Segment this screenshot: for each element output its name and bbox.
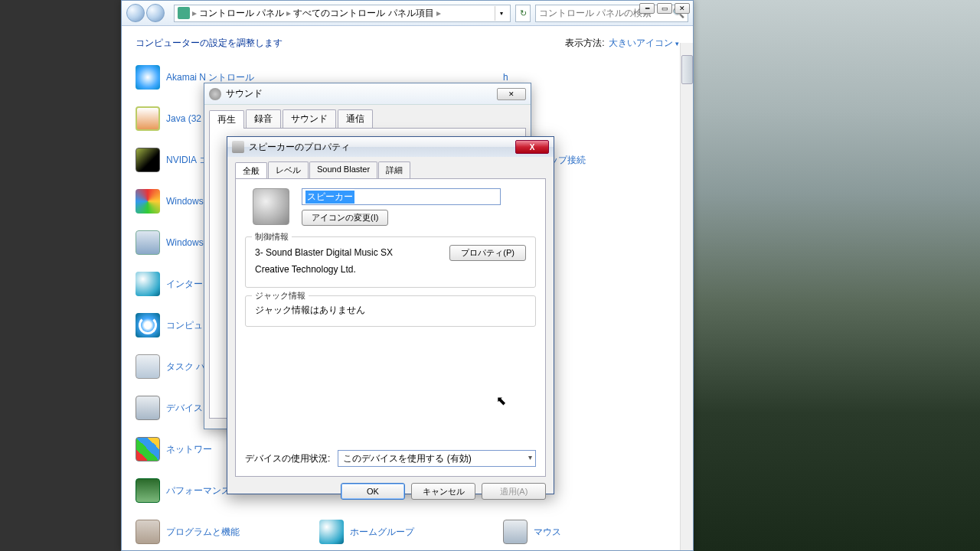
taskbar-icon xyxy=(136,354,160,379)
minimize-button[interactable]: ━ xyxy=(639,3,655,14)
windows-update-icon xyxy=(136,230,160,255)
scrollbar[interactable] xyxy=(680,43,693,550)
tab-sounds[interactable]: サウンド xyxy=(283,109,336,128)
tab-playback[interactable]: 再生 xyxy=(209,110,244,129)
nvidia-icon xyxy=(136,148,160,172)
cp-item-label: Java (32 xyxy=(166,113,201,124)
view-mode-dropdown[interactable]: 大きいアイコン xyxy=(609,37,679,50)
cp-item[interactable]: ホームグループ xyxy=(319,520,495,544)
cp-item-label: Windows xyxy=(166,196,204,207)
network-icon xyxy=(136,437,160,461)
cp-item[interactable]: マウス xyxy=(503,520,679,544)
speaker-dialog-titlebar[interactable]: スピーカーのプロパティ X xyxy=(227,137,554,157)
sound-dialog-title: サウンド xyxy=(226,87,263,100)
scrollbar-thumb[interactable] xyxy=(681,55,693,84)
sound-icon xyxy=(209,88,221,100)
cp-item-label: ネットワー xyxy=(166,443,212,456)
devices-icon xyxy=(136,396,160,420)
tab-recording[interactable]: 録音 xyxy=(246,109,281,128)
page-title: コンピューターの設定を調整します xyxy=(136,37,283,50)
sound-close-button[interactable]: ✕ xyxy=(497,88,526,100)
address-bar[interactable]: ▸ コントロール パネル ▸ すべてのコントロール パネル項目 ▸ ▾ xyxy=(174,5,511,22)
jack-label: ジャック情報 xyxy=(252,290,309,302)
device-usage-select[interactable]: このデバイスを使用する (有効) xyxy=(338,450,536,467)
device-usage-label: デバイスの使用状況: xyxy=(245,452,330,465)
controller-info-group: 制御情報 3- Sound Blaster Digital Music SX C… xyxy=(245,236,536,288)
sound-dialog-titlebar[interactable]: サウンド ✕ xyxy=(204,83,531,105)
back-button[interactable] xyxy=(126,4,145,22)
device-name-text: スピーカー xyxy=(305,191,354,204)
tab-communications[interactable]: 通信 xyxy=(338,109,373,128)
nav-back-forward[interactable] xyxy=(126,2,169,24)
control-panel-icon xyxy=(178,7,190,19)
performance-icon xyxy=(136,478,160,503)
speaker-device-icon xyxy=(253,188,289,225)
ok-button[interactable]: OK xyxy=(341,483,405,500)
jack-info-group: ジャック情報 ジャック情報はありません xyxy=(245,295,536,327)
akamai-icon xyxy=(136,65,160,90)
speaker-title-icon xyxy=(232,141,244,153)
cancel-button[interactable]: キャンセル xyxy=(411,483,475,500)
windows-icon xyxy=(136,189,160,214)
tab-general[interactable]: 全般 xyxy=(235,162,267,179)
controller-vendor: Creative Technology Ltd. xyxy=(255,262,393,279)
desktop-wallpaper xyxy=(689,0,980,551)
tab-sound-blaster[interactable]: Sound Blaster xyxy=(309,161,377,178)
address-dropdown[interactable]: ▾ xyxy=(495,6,507,21)
refresh-button[interactable]: ↻ xyxy=(515,5,531,22)
cp-item-label: ホームグループ xyxy=(350,526,414,539)
ease-of-access-icon xyxy=(136,313,160,337)
view-label: 表示方法: xyxy=(565,37,604,50)
sound-tabs: 再生 録音 サウンド 通信 xyxy=(204,105,531,128)
apply-button[interactable]: 適用(A) xyxy=(482,483,546,500)
cp-item-label: デバイス xyxy=(166,402,203,415)
speaker-dialog-body: スピーカー アイコンの変更(I) 制御情報 3- Sound Blaster D… xyxy=(235,178,546,477)
controller-device: 3- Sound Blaster Digital Music SX xyxy=(255,245,393,262)
tab-levels[interactable]: レベル xyxy=(268,161,309,178)
cp-item-label: NVIDIA コ xyxy=(166,154,208,167)
cp-item-label: Windows xyxy=(166,237,204,248)
breadcrumb-2[interactable]: すべてのコントロール パネル項目 xyxy=(293,7,433,20)
speaker-close-button[interactable]: X xyxy=(515,140,549,154)
cp-item-label: プログラムと機能 xyxy=(166,526,240,539)
programs-icon xyxy=(136,520,160,544)
forward-button[interactable] xyxy=(146,4,165,22)
speaker-properties-dialog: スピーカーのプロパティ X 全般 レベル Sound Blaster 詳細 スピ… xyxy=(227,136,554,494)
homegroup-icon xyxy=(319,520,344,544)
breadcrumb-sep: ▸ xyxy=(192,8,197,18)
breadcrumb-sep: ▸ xyxy=(286,8,291,18)
speaker-tabs: 全般 レベル Sound Blaster 詳細 xyxy=(227,157,554,178)
java-icon xyxy=(136,106,160,131)
cp-item-label: マウス xyxy=(534,526,561,539)
controller-label: 制御情報 xyxy=(252,231,292,243)
cp-item[interactable]: プログラムと機能 xyxy=(136,520,312,544)
speaker-dialog-title: スピーカーのプロパティ xyxy=(249,141,350,154)
controller-properties-button[interactable]: プロパティ(P) xyxy=(449,245,526,261)
cp-item-label: h xyxy=(503,72,508,83)
breadcrumb-sep: ▸ xyxy=(436,8,441,18)
maximize-button[interactable]: ▭ xyxy=(657,3,672,14)
cp-item-label: Akamai N ントロール xyxy=(166,71,254,84)
change-icon-button[interactable]: アイコンの変更(I) xyxy=(302,210,388,226)
device-name-input[interactable]: スピーカー xyxy=(302,188,501,205)
jack-none-text: ジャック情報はありません xyxy=(255,304,526,317)
device-usage-value: このデバイスを使用する (有効) xyxy=(343,452,471,465)
mouse-icon xyxy=(503,520,528,544)
navigation-bar: ▸ コントロール パネル ▸ すべてのコントロール パネル項目 ▸ ▾ ↻ 🔍 xyxy=(122,1,693,26)
tab-advanced[interactable]: 詳細 xyxy=(378,161,410,178)
breadcrumb-1[interactable]: コントロール パネル xyxy=(199,7,284,20)
close-button[interactable]: ✕ xyxy=(675,3,690,14)
internet-icon xyxy=(136,272,160,296)
